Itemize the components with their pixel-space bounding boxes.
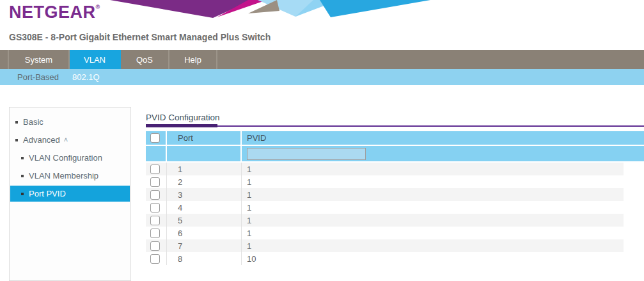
subnav-item-port-based[interactable]: Port-Based xyxy=(17,72,59,82)
sidebar-item-label: Advanced xyxy=(23,132,60,148)
subnav-item-8021q[interactable]: 802.1Q xyxy=(72,72,100,82)
sidebar-item-label: Basic xyxy=(23,114,43,130)
pvid-cell: 1 xyxy=(242,201,624,214)
sub-nav: Port-Based 802.1Q xyxy=(0,69,644,85)
table-row: 6 1 xyxy=(146,227,624,239)
sidebar-menu: Basic Advanced ˄ VLAN Configuration VLAN… xyxy=(9,107,131,281)
tab-system[interactable]: System xyxy=(9,50,70,69)
port-cell: 1 xyxy=(167,163,242,175)
heading-rule xyxy=(146,125,644,127)
table-row: 4 1 xyxy=(146,201,624,214)
main-nav: System VLAN QoS Help xyxy=(0,50,644,69)
table-row: 8 10 xyxy=(146,252,624,265)
main-content: PVID Configuration Port PVID 1 1 2 1 3 xyxy=(146,113,644,265)
pvid-cell: 1 xyxy=(242,188,624,201)
table-row: 5 1 xyxy=(146,214,624,227)
nav-left-pad xyxy=(0,50,9,69)
bullet-icon xyxy=(21,193,24,195)
pvid-input[interactable] xyxy=(247,148,366,160)
port-cell: 8 xyxy=(167,252,242,265)
heading-rule-accent xyxy=(146,124,217,127)
row-checkbox[interactable] xyxy=(150,229,160,238)
port-cell: 2 xyxy=(167,175,242,188)
port-cell: 5 xyxy=(167,214,242,227)
page-title: GS308E - 8-Port Gigabit Ethernet Smart M… xyxy=(9,32,271,42)
column-header-pvid: PVID xyxy=(242,131,644,145)
sidebar-item-basic[interactable]: Basic xyxy=(10,114,130,130)
bullet-icon xyxy=(21,157,24,159)
select-all-checkbox[interactable] xyxy=(150,133,160,143)
bullet-icon xyxy=(15,121,18,124)
sidebar-item-vlan-membership[interactable]: VLAN Membership xyxy=(10,168,130,184)
sidebar-item-label: Port PVID xyxy=(29,186,66,202)
chevron-up-icon: ˄ xyxy=(64,132,68,148)
row-checkbox[interactable] xyxy=(150,254,160,264)
tab-qos[interactable]: QoS xyxy=(121,50,169,69)
port-cell: 6 xyxy=(167,227,242,239)
table-row: 1 1 xyxy=(146,163,624,175)
row-checkbox[interactable] xyxy=(150,165,160,174)
table-row: 2 1 xyxy=(146,175,624,188)
pvid-cell: 1 xyxy=(242,227,624,239)
pvid-cell: 1 xyxy=(242,175,624,188)
sidebar-item-vlan-configuration[interactable]: VLAN Configuration xyxy=(10,150,130,166)
tab-help[interactable]: Help xyxy=(169,50,217,69)
sidebar-item-advanced[interactable]: Advanced ˄ xyxy=(10,132,130,148)
section-heading: PVID Configuration xyxy=(146,113,644,122)
pvid-table: Port PVID 1 1 2 1 3 1 4 1 xyxy=(146,131,644,265)
row-checkbox[interactable] xyxy=(150,216,160,225)
bullet-icon xyxy=(21,175,24,177)
port-cell: 3 xyxy=(167,188,242,201)
table-row: 7 1 xyxy=(146,239,624,252)
row-checkbox[interactable] xyxy=(150,241,160,251)
port-cell: 4 xyxy=(167,201,242,214)
sidebar-item-label: VLAN Configuration xyxy=(29,150,102,166)
netgear-logo: NETGEAR® xyxy=(9,3,100,22)
tab-vlan[interactable]: VLAN xyxy=(70,50,121,69)
row-checkbox[interactable] xyxy=(150,190,160,200)
pvid-cell: 1 xyxy=(242,214,624,227)
table-edit-row xyxy=(146,146,644,163)
sidebar-item-port-pvid[interactable]: Port PVID xyxy=(10,186,130,202)
bullet-icon xyxy=(15,139,18,141)
pvid-cell: 1 xyxy=(242,239,624,252)
sidebar-item-label: VLAN Membership xyxy=(29,168,98,184)
registered-mark: ® xyxy=(96,4,100,10)
row-checkbox[interactable] xyxy=(150,177,160,187)
pvid-cell: 1 xyxy=(242,163,624,175)
column-header-port: Port xyxy=(167,131,242,145)
table-header-row: Port PVID xyxy=(146,131,644,146)
row-checkbox[interactable] xyxy=(150,203,160,213)
table-row: 3 1 xyxy=(146,188,624,201)
port-cell: 7 xyxy=(167,239,242,252)
pvid-cell: 10 xyxy=(242,252,624,265)
